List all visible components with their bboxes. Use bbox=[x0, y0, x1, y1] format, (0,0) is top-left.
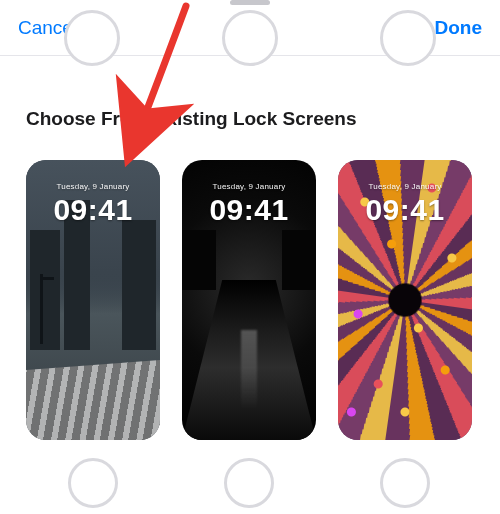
sheet: Cancel Done Choose From Existing Lock Sc… bbox=[0, 0, 500, 514]
radio-wrap bbox=[26, 458, 160, 508]
sheet-grabber[interactable] bbox=[230, 0, 270, 5]
lockscreen-card-3[interactable]: Tuesday, 9 January 09:41 bbox=[338, 160, 472, 440]
radio-peek bbox=[222, 10, 278, 66]
radio-wrap bbox=[338, 458, 472, 508]
radio-wrap bbox=[182, 458, 316, 508]
wallpaper-bg bbox=[241, 330, 257, 410]
wallpaper-bg bbox=[30, 230, 60, 350]
wallpaper-bg bbox=[40, 274, 43, 344]
wallpaper-bg bbox=[122, 220, 156, 350]
lockscreen-overlay: Tuesday, 9 January 09:41 bbox=[182, 182, 316, 227]
lockscreen-date: Tuesday, 9 January bbox=[26, 182, 160, 191]
lockscreen-cards: Tuesday, 9 January 09:41 Tuesday, 9 Janu… bbox=[0, 130, 500, 440]
radio-1[interactable] bbox=[68, 458, 118, 508]
radio-3[interactable] bbox=[380, 458, 430, 508]
wallpaper-bg bbox=[40, 277, 54, 280]
lockscreen-overlay: Tuesday, 9 January 09:41 bbox=[26, 182, 160, 227]
lockscreen-time: 09:41 bbox=[338, 193, 472, 227]
section-title: Choose From Existing Lock Screens bbox=[0, 70, 500, 130]
wallpaper-bg bbox=[182, 230, 216, 290]
selection-radios bbox=[0, 440, 500, 508]
lockscreen-card-2[interactable]: Tuesday, 9 January 09:41 bbox=[182, 160, 316, 440]
wallpaper-bg bbox=[282, 230, 316, 290]
lockscreen-date: Tuesday, 9 January bbox=[338, 182, 472, 191]
radio-2[interactable] bbox=[224, 458, 274, 508]
done-button[interactable]: Done bbox=[435, 17, 483, 39]
radio-peek bbox=[380, 10, 436, 66]
lockscreen-overlay: Tuesday, 9 January 09:41 bbox=[338, 182, 472, 227]
previous-row-peek bbox=[0, 56, 500, 70]
lockscreen-time: 09:41 bbox=[182, 193, 316, 227]
radio-peek bbox=[64, 10, 120, 66]
lockscreen-date: Tuesday, 9 January bbox=[182, 182, 316, 191]
lockscreen-time: 09:41 bbox=[26, 193, 160, 227]
lockscreen-card-1[interactable]: Tuesday, 9 January 09:41 bbox=[26, 160, 160, 440]
